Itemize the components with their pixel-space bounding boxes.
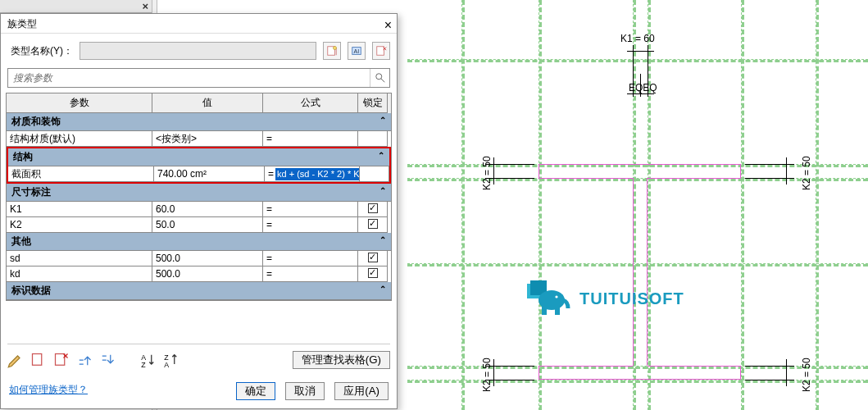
new-type-button[interactable]	[323, 42, 341, 60]
param-lock[interactable]	[360, 166, 389, 182]
param-lock[interactable]	[358, 202, 388, 217]
param-value[interactable]: <按类别>	[152, 131, 263, 147]
svg-rect-10	[56, 354, 65, 366]
new-param-icon[interactable]	[30, 352, 47, 368]
param-formula[interactable]: =	[263, 217, 358, 233]
typename-combo[interactable]	[80, 42, 316, 60]
group-structure[interactable]: 结构 ⌃	[8, 148, 389, 166]
param-lock[interactable]	[358, 131, 388, 147]
table-row[interactable]: sd 500.0 =	[7, 251, 391, 266]
param-value[interactable]: 740.00 cm²	[154, 166, 265, 182]
dim-ext-line	[745, 380, 794, 380]
delete-type-button[interactable]	[372, 42, 390, 60]
tab-close-icon[interactable]: ×	[142, 0, 148, 12]
lock-checkbox[interactable]	[368, 203, 378, 213]
param-value[interactable]: 50.0	[152, 217, 263, 233]
svg-rect-4	[377, 47, 384, 56]
param-formula[interactable]: =	[263, 251, 358, 266]
typename-label: 类型名称(Y)：	[11, 44, 73, 58]
svg-rect-9	[33, 354, 42, 366]
table-row[interactable]: 结构材质(默认) <按类别> =	[7, 131, 391, 147]
search-icon[interactable]	[370, 69, 389, 87]
family-types-dialog: 族类型 × 类型名称(Y)： AI 参数 值 公式 锁定 材质和装饰 ⌃	[0, 13, 398, 409]
group-other[interactable]: 其他 ⌃	[7, 233, 391, 251]
move-up-icon[interactable]	[76, 352, 93, 368]
dim-k1-label[interactable]: K1 = 60	[620, 33, 655, 44]
ref-plane-h	[407, 59, 868, 62]
svg-line-8	[380, 79, 384, 82]
table-row[interactable]: K1 60.0 =	[7, 202, 391, 217]
delete-param-icon[interactable]	[53, 352, 70, 368]
ref-plane-v	[816, 0, 819, 410]
param-value[interactable]: 500.0	[152, 251, 263, 266]
drawing-canvas[interactable]: K1 = 60 EQEQ K2 = 50 K2 = 50 K2 = 50 K2 …	[407, 0, 868, 410]
param-name: kd	[7, 266, 152, 282]
dim-k2-label-br[interactable]: K2 = 50	[801, 358, 812, 392]
group-dims[interactable]: 尺寸标注 ⌃	[7, 184, 391, 202]
group-dims-title: 尺寸标注	[11, 186, 51, 198]
beam-web[interactable]	[633, 178, 648, 366]
svg-text:Z: Z	[141, 361, 146, 368]
lock-checkbox[interactable]	[368, 219, 378, 229]
ref-plane-v	[461, 0, 465, 410]
dim-line	[627, 51, 654, 52]
move-down-icon[interactable]	[99, 352, 116, 368]
manage-lookup-button[interactable]: 管理查找表格(G)	[293, 351, 390, 369]
search-input[interactable]	[8, 69, 370, 87]
group-material-title: 材质和装饰	[11, 116, 61, 127]
group-ident-title: 标识数据	[11, 285, 51, 296]
param-formula[interactable]: =	[263, 131, 358, 147]
dim-ext-line	[745, 178, 794, 179]
group-caret-icon: ⌃	[379, 285, 386, 294]
dim-k2-label-tr[interactable]: K2 = 50	[801, 156, 812, 190]
table-row[interactable]: 截面积 740.00 cm² = kd + (sd - K2 * 2) * K1	[8, 166, 389, 182]
sort-asc-icon[interactable]: AZ	[140, 352, 157, 368]
param-lock[interactable]	[358, 266, 388, 282]
help-link[interactable]: 如何管理族类型？	[9, 383, 88, 397]
param-name: sd	[7, 251, 152, 266]
dim-ext-line	[745, 366, 794, 367]
cancel-button[interactable]: 取消	[285, 382, 325, 400]
edit-param-icon[interactable]	[7, 352, 24, 368]
lock-checkbox[interactable]	[368, 268, 378, 278]
dim-ext-line	[648, 45, 648, 78]
dialog-close-button[interactable]: ×	[384, 16, 392, 35]
param-name: K1	[7, 202, 152, 217]
ok-button[interactable]: 确定	[236, 382, 275, 400]
param-formula[interactable]: =	[263, 266, 358, 282]
table-row[interactable]: K2 50.0 =	[7, 217, 391, 233]
apply-button[interactable]: 应用(A)	[334, 382, 389, 400]
dim-line	[786, 359, 787, 386]
group-ident[interactable]: 标识数据 ⌃	[7, 282, 391, 300]
dim-k2-label-tl[interactable]: K2 = 50	[481, 156, 493, 190]
param-formula-editing[interactable]: = kd + (sd - K2 * 2) * K1	[265, 166, 360, 182]
rename-type-button[interactable]: AI	[348, 42, 366, 60]
param-lock[interactable]	[358, 217, 388, 233]
beam-top-flange[interactable]	[539, 164, 741, 178]
col-formula-header[interactable]: 公式	[263, 93, 358, 113]
param-formula[interactable]: =	[263, 202, 358, 217]
sort-desc-icon[interactable]: ZA	[163, 352, 180, 368]
col-param-header[interactable]: 参数	[7, 93, 152, 113]
group-caret-icon: ⌃	[379, 116, 386, 125]
table-header: 参数 值 公式 锁定	[7, 93, 391, 113]
lock-checkbox[interactable]	[368, 253, 378, 262]
beam-bottom-flange[interactable]	[539, 366, 741, 380]
param-value[interactable]: 60.0	[152, 202, 263, 217]
col-value-header[interactable]: 值	[152, 93, 263, 113]
dialog-buttons: 确定 取消 应用(A)	[236, 382, 389, 400]
param-value[interactable]: 500.0	[152, 266, 263, 282]
group-structure-title: 结构	[13, 151, 33, 162]
dim-k2-label-bl[interactable]: K2 = 50	[481, 358, 493, 392]
param-lock[interactable]	[358, 251, 388, 266]
formula-equals: =	[268, 168, 274, 180]
table-row[interactable]: kd 500.0 =	[7, 266, 391, 282]
dim-ext-line	[633, 45, 634, 78]
param-name: 截面积	[8, 166, 154, 182]
dialog-bottom-toolbar: AZ ZA 管理查找表格(G)	[7, 344, 390, 369]
col-lock-header[interactable]: 锁定	[358, 93, 388, 113]
structure-highlight: 结构 ⌃ 截面积 740.00 cm² = kd + (sd - K2 * 2)…	[7, 147, 391, 184]
param-name: K2	[7, 217, 152, 233]
watermark-text: TUITUISOFT	[579, 289, 684, 308]
group-material[interactable]: 材质和装饰 ⌃	[7, 113, 391, 131]
